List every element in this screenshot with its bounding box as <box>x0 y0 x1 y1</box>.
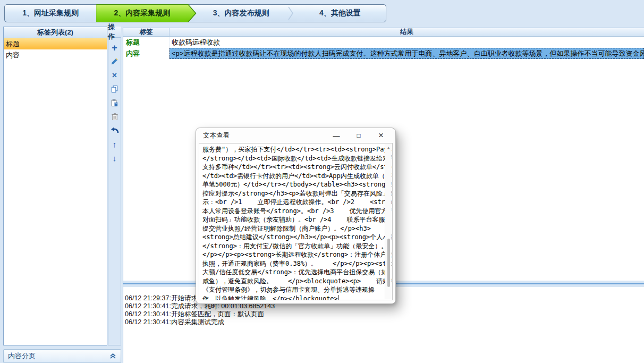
paste-icon <box>111 99 118 107</box>
arrow-down-icon: ↓ <box>113 154 117 162</box>
row-result-value[interactable]: 收款码远程收款 <box>170 37 644 48</box>
trash-icon <box>111 113 118 121</box>
dialog-title: 文本查看 <box>196 131 230 140</box>
dialog-scrollbar[interactable]: ▲ <box>385 144 392 299</box>
text-line: 《支付管理条例》，切勿参与信用卡套现、分单拆逃等违规操 <box>202 285 383 294</box>
maximize-icon: □ <box>357 132 360 139</box>
undo-icon <box>111 127 119 134</box>
copy-icon <box>111 85 118 93</box>
tag-list-header: 标签列表(2) <box>4 27 107 38</box>
wizard-tab-bar: 1、网址采集规则 2、内容采集规则 3、内容发布规则 4、其他设置 <box>4 4 386 22</box>
text-caret <box>338 295 339 301</box>
edit-tag-button[interactable] <box>109 56 121 67</box>
close-icon: × <box>378 130 384 141</box>
tag-list-panel: 标签列表(2) 标题 内容 <box>3 27 107 345</box>
clear-tags-button[interactable] <box>109 111 121 122</box>
text-line: 服务费"），买家拍下支付</td></tr><tr><td><strong>Pa… <box>202 145 383 154</box>
add-tag-button[interactable]: + <box>109 42 121 53</box>
close-button[interactable]: × <box>370 128 392 143</box>
tab-publish-rules[interactable]: 3、内容发布规则 <box>188 5 287 22</box>
maximize-button[interactable]: □ <box>348 128 370 143</box>
table-row-title[interactable]: 标题 收款码远程收款 <box>123 37 644 48</box>
operations-header: 操作 <box>108 27 121 38</box>
text-line: 支持多币种</td></tr><tr><td><strong>云闪付收款单</s… <box>202 163 383 172</box>
text-line: 本人常用设备登录账号</strong>。<br />3 优先使用官方「面 <box>202 207 383 216</box>
delete-tag-button[interactable]: × <box>109 70 121 81</box>
move-down-button[interactable]: ↓ <box>109 153 121 164</box>
arrow-up-icon: ↑ <box>113 140 117 148</box>
minimize-button[interactable]: — <box>325 128 348 143</box>
text-view-area[interactable]: 服务费"），买家拍下支付</td></tr><tr><td><strong>Pa… <box>199 143 393 300</box>
scroll-up-icon[interactable]: ▲ <box>385 146 392 150</box>
text-line: 咸鱼），避免直款风险。 </p><blockquote><p> 请始终遵守 <box>202 277 383 286</box>
text-line: 大额/信任度低交易</strong>：优先选择电商平台担保交易（如 <box>202 268 383 277</box>
pencil-icon <box>111 57 118 65</box>
plus-icon: + <box>112 43 117 53</box>
log-line: 06/12 21:30:41:内容采集测试完成 <box>125 318 644 326</box>
tab-separator-chevron <box>287 5 294 22</box>
copy-tag-button[interactable] <box>109 83 121 95</box>
tab-label: 2、内容采集规则 <box>114 9 170 18</box>
dialog-titlebar[interactable]: 文本查看 — □ × <box>196 128 395 143</box>
row-tag-label: 内容 <box>123 48 170 59</box>
text-line: 示：<br />1 立即停止远程收款操作。<br />2 <strong>换 <box>202 198 383 207</box>
text-line: </strong>：用支付宝/微信的「官方收款单」功能（最安全）。 <box>202 242 383 251</box>
text-viewer-dialog: 文本查看 — □ × 服务费"），买家拍下支付</td></tr><tr><td… <box>196 128 396 304</box>
table-row-content[interactable]: 内容 <p>远程收款是指通过收款码让不在现场的付款人扫码完成支付。这种方式常用于… <box>123 48 644 59</box>
text-line: 对面扫码」功能收款（亲友辅助）。<br />4 联系平台客服： <box>202 215 383 224</box>
row-result-value-selected[interactable]: <p>远程收款是指通过收款码让不在现场的付款人扫码完成支付。这种方式常用于电商、… <box>170 48 644 59</box>
text-line: </strong></td><td>国际收款</td><td>生成收款链接发给对… <box>202 154 383 163</box>
scrollbar-thumb[interactable] <box>387 239 390 287</box>
column-header-result: 结果 <box>170 28 644 36</box>
text-line: </td><td>需银行卡付款的用户</td><td>App内生成收款单（限额 <box>202 172 383 181</box>
tab-label: 1、网址采集规则 <box>22 9 79 18</box>
text-line: 单笔5000元）</td></tr></tbody></table><h3><s… <box>202 180 383 189</box>
content-pagination-label: 内容分页 <box>8 351 36 361</box>
text-line-last: 作，以免触发法律风险。</p></blockquote> <box>202 294 383 301</box>
text-line: 执照，开通正规商家码（费率0.38%）。 </p></p><p><strong> <box>202 259 383 268</box>
tab-label: 3、内容发布规则 <box>213 9 269 18</box>
log-line: 06/12 21:30:41:开始标签匹配，页面：默认页面 <box>125 310 644 318</box>
result-table-header: 标签 结果 <box>123 28 644 37</box>
minimize-icon: — <box>333 132 340 140</box>
tab-label: 4、其他设置 <box>319 9 361 18</box>
x-icon: × <box>112 71 117 80</box>
collapse-chevron-icon[interactable] <box>109 353 116 359</box>
paste-tag-button[interactable] <box>109 97 121 108</box>
text-line: 控应对提示</strong></h3><p>若收款时弹出「交易存在风险」提 <box>202 189 383 198</box>
text-line: </p></p><p><strong>长期远程收款</strong>：注册个体户… <box>202 250 383 259</box>
tab-url-rules[interactable]: 1、网址采集规则 <box>5 5 96 22</box>
move-up-button[interactable]: ↑ <box>109 139 121 150</box>
tag-list-item-title[interactable]: 标题 <box>4 38 107 49</box>
tab-other-settings[interactable]: 4、其他设置 <box>294 5 386 22</box>
row-tag-label: 标题 <box>123 37 170 48</box>
undo-button[interactable] <box>109 125 121 136</box>
operations-column: 操作 + × ↑ ↓ <box>108 27 121 345</box>
text-line: <strong>总结建议</strong></h3></p><p><strong… <box>202 233 383 242</box>
content-pagination-bar[interactable]: 内容分页 <box>3 349 121 363</box>
column-header-tag: 标签 <box>123 28 170 36</box>
tag-list-item-content[interactable]: 内容 <box>4 49 107 61</box>
tab-content-rules[interactable]: 2、内容采集规则 <box>96 5 188 22</box>
text-line: 提交营业执照/经营证明解除限制（商户账户）。</p><h3> <box>202 224 383 233</box>
